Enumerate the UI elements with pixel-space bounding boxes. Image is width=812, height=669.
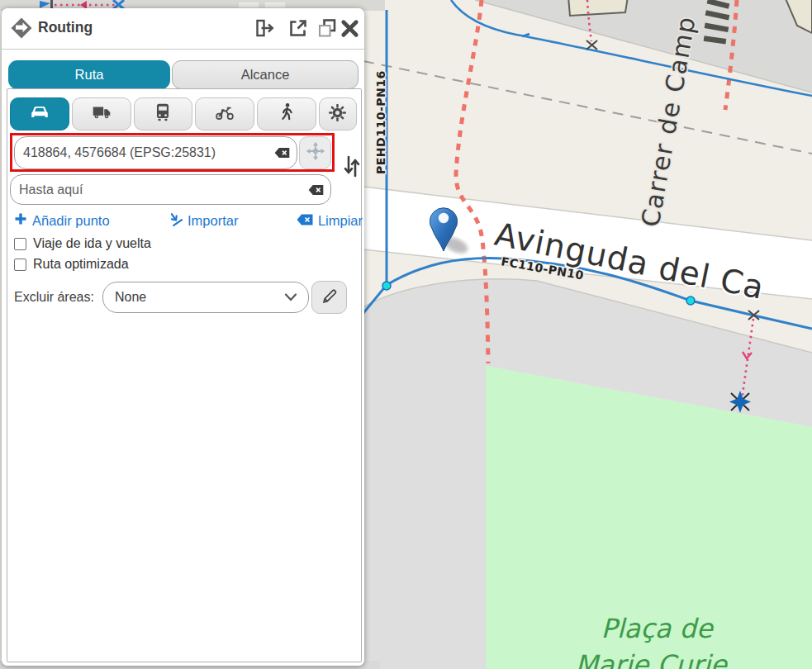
duplicate-icon[interactable] <box>316 17 338 42</box>
pick-on-map-button[interactable] <box>299 136 331 169</box>
mode-moped-button[interactable] <box>195 97 254 130</box>
transport-mode-bar <box>10 97 357 130</box>
clear-all-link[interactable]: Limpiar <box>297 213 363 229</box>
exclude-areas-label: Excluir áreas: <box>14 290 94 305</box>
optimized-checkbox[interactable] <box>14 259 26 271</box>
clear-origin-icon[interactable] <box>274 147 290 158</box>
tab-ruta[interactable]: Ruta <box>8 60 170 89</box>
round-trip-row: Viaje de ida y vuelta <box>14 236 151 251</box>
route-tab-content: Añadir punto Importar Limpiar Viaje de i… <box>7 88 362 662</box>
destination-field-wrap <box>10 174 331 205</box>
open-window-icon[interactable] <box>287 17 309 42</box>
optimized-label: Ruta optimizada <box>33 257 129 272</box>
routing-panel: Routing Ruta Alcance <box>2 8 364 666</box>
tab-alcance-label: Alcance <box>241 67 290 83</box>
exclude-areas-value: None <box>115 290 146 305</box>
map-label-park-2: Marie Curie <box>575 649 729 669</box>
mode-settings-button[interactable] <box>319 97 357 130</box>
swap-points-icon[interactable] <box>341 154 363 178</box>
truck-icon <box>91 102 112 126</box>
origin-field-wrap <box>14 136 297 169</box>
panel-title: Routing <box>38 19 93 36</box>
round-trip-checkbox[interactable] <box>14 238 26 250</box>
round-trip-label: Viaje de ida y vuelta <box>33 236 151 251</box>
add-point-label: Añadir punto <box>32 213 110 229</box>
tab-alcance[interactable]: Alcance <box>172 60 359 89</box>
undock-icon[interactable] <box>254 17 276 42</box>
star-marker <box>729 391 751 413</box>
import-label: Importar <box>188 213 238 229</box>
clear-all-label: Limpiar <box>318 213 363 229</box>
gear-icon <box>327 102 348 126</box>
import-icon <box>168 211 183 230</box>
map-label-pipe-left: PEHD110-PN16 <box>374 70 387 174</box>
mode-pedestrian-button[interactable] <box>257 97 316 130</box>
moped-icon <box>214 102 235 126</box>
mode-bus-button[interactable] <box>134 97 193 130</box>
close-icon[interactable] <box>340 18 360 42</box>
pedestrian-icon <box>276 102 297 126</box>
map-label-park-1: Plaça de <box>601 613 714 644</box>
car-icon <box>29 102 50 126</box>
optimized-row: Ruta optimizada <box>14 257 129 272</box>
bus-icon <box>152 102 173 126</box>
backspace-icon <box>297 213 313 229</box>
header-divider <box>2 49 364 50</box>
pipe-node <box>686 297 695 305</box>
origin-highlight-box <box>10 133 335 172</box>
exclude-areas-select[interactable]: None <box>102 282 309 313</box>
origin-input[interactable] <box>14 136 297 169</box>
actions-row: Añadir punto Importar Limpiar <box>14 211 363 230</box>
routing-logo-icon <box>10 17 33 43</box>
clear-destination-icon[interactable] <box>308 184 324 195</box>
chevron-down-icon <box>284 292 297 302</box>
panel-header: Routing <box>2 8 364 49</box>
mode-car-button[interactable] <box>10 97 69 130</box>
plus-icon <box>14 212 27 229</box>
pipe-node <box>382 282 391 290</box>
mode-truck-button[interactable] <box>72 97 131 130</box>
edit-areas-button[interactable] <box>311 281 347 314</box>
crosshair-icon <box>306 141 325 164</box>
tab-ruta-label: Ruta <box>75 67 104 83</box>
import-link[interactable]: Importar <box>168 211 238 230</box>
tab-bar: Ruta Alcance <box>8 60 359 89</box>
pencil-icon <box>320 287 338 308</box>
exclude-areas-row: Excluir áreas: None <box>14 281 364 314</box>
destination-input[interactable] <box>10 174 331 205</box>
add-point-link[interactable]: Añadir punto <box>14 212 110 229</box>
